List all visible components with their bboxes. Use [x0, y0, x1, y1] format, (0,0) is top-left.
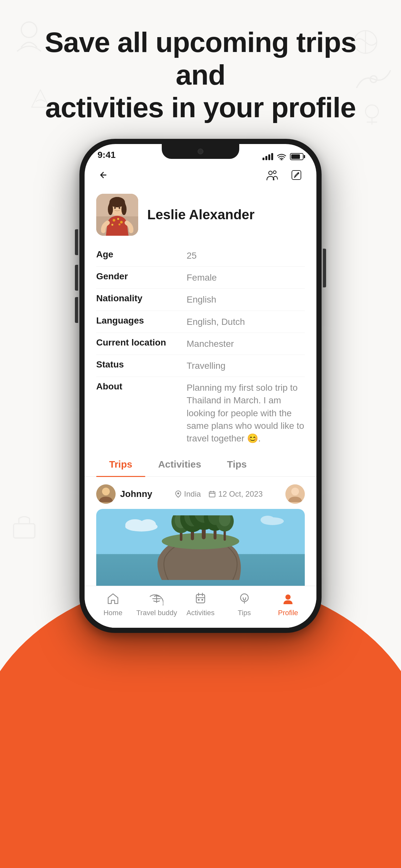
back-button[interactable] [96, 168, 111, 182]
svg-point-21 [114, 207, 116, 209]
age-label: Age [96, 249, 187, 259]
status-value: Travelling [187, 360, 305, 372]
about-row: About Planning my first solo trip to Tha… [96, 377, 305, 449]
tabs-container: Trips Activities Tips [85, 453, 316, 476]
profile-section: Leslie Alexander [85, 189, 316, 245]
profile-name: Leslie Alexander [147, 207, 254, 222]
bottom-nav: Home Travel buddy [85, 586, 316, 628]
avatar [96, 194, 138, 236]
age-value: 25 [187, 249, 305, 262]
svg-rect-54 [198, 599, 199, 600]
nationality-value: English [187, 293, 305, 306]
nav-profile[interactable]: Profile [266, 591, 310, 617]
gender-value: Female [187, 271, 305, 284]
front-camera [197, 149, 204, 154]
trips-section: Johnny India [85, 476, 316, 586]
status-label: Status [96, 360, 187, 370]
signal-icon [263, 153, 273, 160]
activities-icon [192, 591, 209, 607]
location-value: Manchester [187, 337, 305, 350]
nav-profile-label: Profile [278, 609, 298, 617]
svg-point-6 [269, 171, 272, 175]
header-actions [264, 166, 305, 183]
svg-point-20 [119, 223, 120, 225]
phone-frame: 9:41 [80, 139, 321, 633]
battery-icon [290, 153, 304, 160]
about-label: About [96, 381, 187, 392]
trip-date-text: 12 Oct, 2023 [218, 490, 263, 499]
trip-header: Johnny India [96, 485, 305, 504]
trip-location-text: India [184, 490, 201, 499]
svg-point-24 [102, 488, 110, 495]
trip-image [96, 509, 305, 586]
svg-rect-8 [292, 170, 301, 180]
nav-home[interactable]: Home [91, 591, 135, 617]
headline-text: Save all upcoming trips and activities i… [26, 26, 375, 124]
about-value: Planning my first solo trip to Thailand … [187, 381, 305, 445]
location-label: Current location [96, 337, 187, 348]
nav-tips[interactable]: Tips [222, 591, 266, 617]
travel-buddy-icon [149, 591, 165, 607]
svg-point-28 [291, 488, 299, 495]
nav-activities[interactable]: Activities [179, 591, 222, 617]
status-row: Status Travelling [96, 355, 305, 377]
nav-tips-label: Tips [238, 609, 251, 617]
svg-point-14 [108, 204, 113, 215]
app-header [85, 163, 316, 189]
languages-row: Languages English, Dutch [96, 311, 305, 333]
svg-point-22 [119, 207, 120, 209]
trip-user: Johnny [96, 485, 152, 504]
headline-container: Save all upcoming trips and activities i… [0, 26, 401, 124]
svg-point-16 [113, 219, 115, 221]
svg-rect-3 [13, 524, 35, 538]
gender-row: Gender Female [96, 267, 305, 289]
trip-participant-avatar [285, 485, 305, 504]
phone-screen: 9:41 [85, 144, 316, 628]
edit-button[interactable] [288, 166, 305, 183]
nav-activities-label: Activities [187, 609, 215, 617]
svg-point-15 [121, 204, 127, 215]
svg-point-34 [162, 533, 239, 549]
phone-notch [162, 144, 239, 159]
svg-rect-53 [196, 594, 205, 603]
age-row: Age 25 [96, 245, 305, 267]
languages-value: English, Dutch [187, 315, 305, 328]
svg-point-5 [281, 159, 282, 160]
svg-point-18 [120, 221, 123, 223]
status-icons [263, 153, 304, 160]
home-icon [105, 591, 121, 607]
tab-trips[interactable]: Trips [96, 453, 145, 476]
svg-point-25 [177, 492, 179, 494]
trip-location: India [175, 490, 201, 499]
info-section: Age 25 Gender Female Nationality English… [85, 245, 316, 449]
gender-label: Gender [96, 271, 187, 282]
svg-rect-26 [209, 492, 215, 497]
wifi-icon [277, 153, 286, 160]
languages-label: Languages [96, 315, 187, 326]
tips-icon [236, 591, 252, 607]
trip-date: 12 Oct, 2023 [209, 490, 263, 499]
trip-user-avatar [96, 485, 116, 504]
tab-activities[interactable]: Activities [145, 453, 214, 476]
profile-icon [280, 591, 296, 607]
location-row: Current location Manchester [96, 333, 305, 355]
trip-meta: India 12 Oct, 2023 [175, 490, 263, 499]
nav-travel-buddy-label: Travel buddy [136, 609, 177, 617]
svg-point-58 [285, 594, 290, 600]
nationality-row: Nationality English [96, 289, 305, 311]
nav-home-label: Home [103, 609, 122, 617]
friends-button[interactable] [264, 166, 280, 183]
svg-point-7 [273, 171, 276, 174]
tab-tips[interactable]: Tips [214, 453, 259, 476]
trip-username: Johnny [120, 489, 152, 499]
nationality-label: Nationality [96, 293, 187, 304]
svg-point-19 [112, 224, 113, 226]
svg-rect-55 [202, 599, 203, 600]
status-time: 9:41 [97, 150, 116, 160]
svg-point-17 [117, 218, 119, 220]
nav-travel-buddy[interactable]: Travel buddy [135, 591, 179, 617]
